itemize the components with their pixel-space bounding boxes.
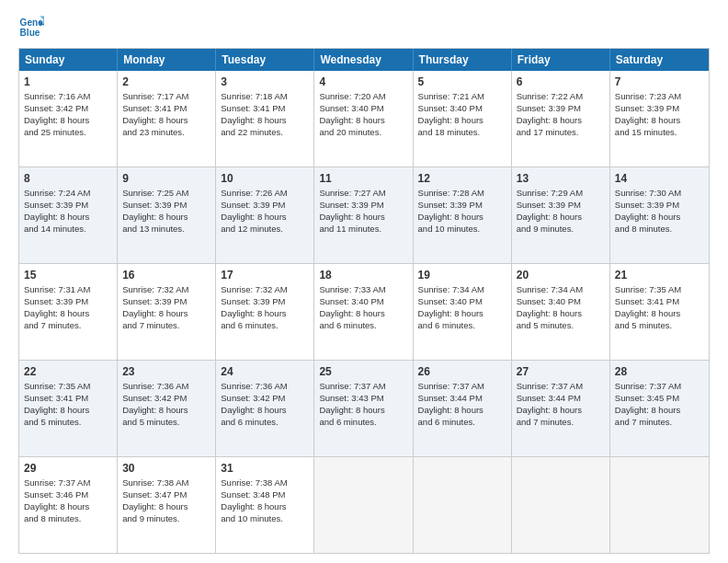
day-cell-14: 14Sunrise: 7:30 AMSunset: 3:39 PMDayligh…	[610, 167, 709, 263]
day-info-line: and 18 minutes.	[418, 127, 506, 139]
day-info-line: Sunset: 3:39 PM	[418, 200, 506, 212]
day-info-line: Sunset: 3:41 PM	[221, 103, 309, 115]
day-info-line: and 22 minutes.	[221, 127, 309, 139]
day-info-line: Daylight: 8 hours	[615, 308, 704, 320]
calendar-row-5: 29Sunrise: 7:37 AMSunset: 3:46 PMDayligh…	[19, 457, 709, 553]
day-number: 22	[24, 364, 112, 379]
day-number: 8	[24, 171, 112, 186]
day-cell-13: 13Sunrise: 7:29 AMSunset: 3:39 PMDayligh…	[512, 167, 610, 263]
day-info-line: Sunset: 3:42 PM	[24, 103, 112, 115]
day-info-line: Sunrise: 7:16 AM	[24, 91, 112, 103]
day-info-line: Daylight: 8 hours	[221, 308, 309, 320]
day-info-line: Sunrise: 7:34 AM	[418, 284, 506, 296]
day-info-line: Sunset: 3:39 PM	[517, 103, 605, 115]
day-info-line: and 9 minutes.	[122, 513, 210, 525]
day-cell-9: 9Sunrise: 7:25 AMSunset: 3:39 PMDaylight…	[118, 167, 216, 263]
day-info-line: Daylight: 8 hours	[122, 501, 210, 513]
day-info-line: Sunset: 3:39 PM	[221, 200, 309, 212]
day-number: 14	[615, 171, 704, 186]
day-number: 11	[319, 171, 407, 186]
day-info-line: Sunrise: 7:34 AM	[517, 284, 605, 296]
day-info-line: and 5 minutes.	[517, 320, 605, 332]
day-info-line: Sunset: 3:47 PM	[122, 489, 210, 501]
day-info-line: Sunrise: 7:28 AM	[418, 188, 506, 200]
day-info-line: Sunset: 3:39 PM	[122, 200, 210, 212]
day-number: 29	[24, 461, 112, 476]
day-cell-18: 18Sunrise: 7:33 AMSunset: 3:40 PMDayligh…	[314, 264, 413, 360]
day-info-line: Sunrise: 7:26 AM	[221, 188, 309, 200]
day-info-line: Daylight: 8 hours	[319, 115, 407, 127]
day-cell-8: 8Sunrise: 7:24 AMSunset: 3:39 PMDaylight…	[19, 167, 118, 263]
day-number: 18	[319, 268, 407, 282]
day-cell-22: 22Sunrise: 7:35 AMSunset: 3:41 PMDayligh…	[19, 361, 118, 456]
day-info-line: Daylight: 8 hours	[122, 212, 210, 224]
day-info-line: Sunrise: 7:22 AM	[517, 91, 605, 103]
calendar-header: SundayMondayTuesdayWednesdayThursdayFrid…	[19, 49, 709, 71]
day-info-line: Daylight: 8 hours	[221, 405, 309, 417]
day-number: 30	[122, 461, 210, 476]
day-info-line: and 23 minutes.	[122, 127, 210, 139]
svg-text:Blue: Blue	[20, 28, 40, 38]
day-info-line: Sunrise: 7:36 AM	[122, 381, 210, 393]
day-number: 13	[517, 171, 605, 186]
day-info-line: Sunrise: 7:17 AM	[122, 91, 210, 103]
day-info-line: Daylight: 8 hours	[221, 212, 309, 224]
header-day-saturday: Saturday	[610, 49, 709, 71]
day-cell-1: 1Sunrise: 7:16 AMSunset: 3:42 PMDaylight…	[19, 71, 118, 167]
day-info-line: Sunrise: 7:18 AM	[221, 91, 309, 103]
day-info-line: Daylight: 8 hours	[418, 115, 506, 127]
day-cell-5: 5Sunrise: 7:21 AMSunset: 3:40 PMDaylight…	[414, 71, 512, 167]
day-info-line: and 7 minutes.	[615, 417, 704, 429]
day-info-line: Daylight: 8 hours	[418, 308, 506, 320]
day-info-line: Sunset: 3:39 PM	[517, 200, 605, 212]
day-info-line: Sunrise: 7:25 AM	[122, 188, 210, 200]
day-info-line: Sunset: 3:42 PM	[221, 393, 309, 405]
day-info-line: Daylight: 8 hours	[517, 212, 605, 224]
day-info-line: and 6 minutes.	[418, 417, 506, 429]
calendar-row-2: 8Sunrise: 7:24 AMSunset: 3:39 PMDaylight…	[19, 167, 709, 264]
day-cell-29: 29Sunrise: 7:37 AMSunset: 3:46 PMDayligh…	[19, 457, 118, 553]
day-number: 2	[122, 75, 210, 89]
day-info-line: Sunset: 3:40 PM	[418, 296, 506, 308]
day-number: 23	[122, 364, 210, 379]
day-cell-31: 31Sunrise: 7:38 AMSunset: 3:48 PMDayligh…	[216, 457, 314, 553]
day-info-line: Sunrise: 7:33 AM	[319, 284, 407, 296]
day-number: 10	[221, 171, 309, 186]
empty-cell	[512, 457, 610, 553]
day-info-line: and 7 minutes.	[122, 320, 210, 332]
day-info-line: Daylight: 8 hours	[319, 405, 407, 417]
header: General Blue	[18, 15, 710, 40]
day-info-line: and 5 minutes.	[615, 320, 704, 332]
day-info-line: Sunrise: 7:30 AM	[615, 188, 704, 200]
day-info-line: Sunrise: 7:35 AM	[615, 284, 704, 296]
day-cell-7: 7Sunrise: 7:23 AMSunset: 3:39 PMDaylight…	[610, 71, 709, 167]
day-cell-15: 15Sunrise: 7:31 AMSunset: 3:39 PMDayligh…	[19, 264, 118, 360]
day-info-line: Sunrise: 7:37 AM	[615, 381, 704, 393]
day-info-line: Sunrise: 7:37 AM	[319, 381, 407, 393]
day-info-line: Daylight: 8 hours	[122, 308, 210, 320]
day-cell-24: 24Sunrise: 7:36 AMSunset: 3:42 PMDayligh…	[216, 361, 314, 456]
day-info-line: Sunset: 3:39 PM	[615, 200, 704, 212]
day-info-line: Daylight: 8 hours	[615, 115, 704, 127]
calendar: SundayMondayTuesdayWednesdayThursdayFrid…	[18, 48, 710, 554]
day-info-line: Sunset: 3:39 PM	[319, 200, 407, 212]
day-info-line: Daylight: 8 hours	[221, 501, 309, 513]
day-number: 20	[517, 268, 605, 282]
day-info-line: Sunset: 3:41 PM	[24, 393, 112, 405]
day-info-line: Sunrise: 7:24 AM	[24, 188, 112, 200]
calendar-body: 1Sunrise: 7:16 AMSunset: 3:42 PMDaylight…	[19, 71, 709, 553]
day-number: 15	[24, 268, 112, 282]
day-cell-28: 28Sunrise: 7:37 AMSunset: 3:45 PMDayligh…	[610, 361, 709, 456]
day-info-line: Sunrise: 7:38 AM	[122, 477, 210, 489]
day-number: 21	[615, 268, 704, 282]
day-cell-17: 17Sunrise: 7:32 AMSunset: 3:39 PMDayligh…	[216, 264, 314, 360]
day-info-line: and 10 minutes.	[418, 224, 506, 236]
day-info-line: and 8 minutes.	[24, 513, 112, 525]
day-info-line: Sunset: 3:42 PM	[122, 393, 210, 405]
day-number: 1	[24, 75, 112, 89]
day-info-line: Daylight: 8 hours	[24, 115, 112, 127]
day-info-line: Daylight: 8 hours	[24, 501, 112, 513]
header-day-sunday: Sunday	[19, 49, 118, 71]
day-info-line: Sunset: 3:40 PM	[319, 296, 407, 308]
day-info-line: Sunset: 3:39 PM	[24, 296, 112, 308]
